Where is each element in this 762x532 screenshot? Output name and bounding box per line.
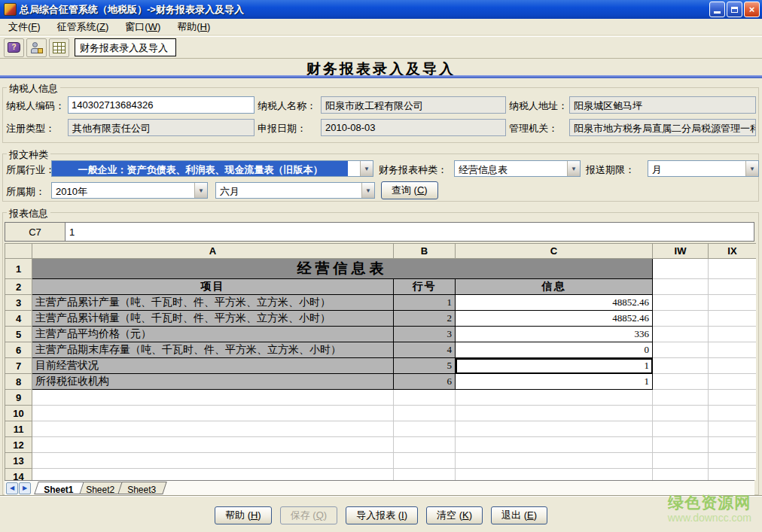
sheet-tab-sheet1[interactable]: Sheet1 [34, 482, 84, 494]
cell-A9[interactable] [32, 390, 394, 406]
help-book-button[interactable]: ? [4, 38, 24, 57]
cell-B10[interactable] [394, 406, 456, 421]
minimize-icon[interactable] [709, 2, 725, 17]
cell-A5[interactable]: 主营产品平均价格（元） [32, 327, 394, 342]
row-header-2[interactable]: 2 [5, 279, 32, 295]
cell-IX14[interactable] [709, 469, 757, 481]
row-header-13[interactable]: 13 [5, 453, 32, 469]
row-header-3[interactable]: 3 [5, 295, 32, 311]
cell-A14[interactable] [32, 469, 394, 481]
col-header-IW[interactable]: IW [653, 244, 709, 259]
col-header-IX[interactable]: IX [709, 244, 757, 259]
cell-IW[interactable] [653, 295, 709, 311]
cell-A12[interactable] [32, 437, 394, 453]
cell-B13[interactable] [394, 453, 456, 469]
help-button[interactable]: 帮助 (H) [215, 506, 272, 524]
statement-type-select[interactable]: 经营信息表 ▼ [454, 160, 581, 177]
cell-IW14[interactable] [653, 469, 709, 481]
row-header-6[interactable]: 6 [5, 342, 32, 358]
cell-A13[interactable] [32, 453, 394, 469]
taxpayer-code-input[interactable] [68, 96, 255, 114]
menu-collection-system[interactable]: 征管系统(Z) [51, 19, 115, 35]
cell-IX12[interactable] [709, 437, 757, 453]
cell-IW11[interactable] [653, 421, 709, 437]
chevron-down-icon[interactable]: ▼ [361, 183, 374, 198]
cell-C11[interactable] [456, 421, 653, 437]
cell-IW10[interactable] [653, 406, 709, 421]
cell-B6[interactable]: 4 [394, 342, 456, 358]
cell-B4[interactable]: 2 [394, 311, 456, 327]
cell-A4[interactable]: 主营产品累计销量（吨、千瓦时、件、平方米、立方米、小时） [32, 311, 394, 327]
query-button[interactable]: 查询 (C) [381, 181, 438, 199]
row-header-9[interactable]: 9 [5, 390, 32, 406]
cell-B5[interactable]: 3 [394, 327, 456, 342]
sheet-tab-sheet3[interactable]: Sheet3 [118, 482, 168, 494]
cell-IX11[interactable] [709, 421, 757, 437]
cell-IW[interactable] [653, 358, 709, 374]
cell-IW[interactable] [653, 259, 709, 279]
cell-IX[interactable] [709, 327, 757, 342]
cell-IX[interactable] [709, 342, 757, 358]
cell-IX[interactable] [709, 279, 757, 295]
report-grid-button[interactable] [49, 38, 69, 57]
cell-A6[interactable]: 主营产品期末库存量（吨、千瓦时、件、平方米、立方米、小时） [32, 342, 394, 358]
cell-B8[interactable]: 6 [394, 374, 456, 390]
cell-A8[interactable]: 所得税征收机构 [32, 374, 394, 390]
row-header-7[interactable]: 7 [5, 358, 32, 374]
col-header-C[interactable]: C [456, 244, 653, 259]
cell-IW[interactable] [653, 279, 709, 295]
close-icon[interactable]: × [744, 2, 760, 17]
menu-file[interactable]: 文件(F) [2, 19, 47, 35]
cell-B9[interactable] [394, 390, 456, 406]
cell-A3[interactable]: 主营产品累计产量（吨、千瓦时、件、平方米、立方米、小时） [32, 295, 394, 311]
cell-header-2[interactable]: 信息 [456, 279, 653, 295]
chevron-down-icon[interactable]: ▼ [360, 161, 373, 176]
row-header-14[interactable]: 14 [5, 469, 32, 481]
chevron-down-icon[interactable]: ▼ [194, 183, 207, 198]
cell-B14[interactable] [394, 469, 456, 481]
cell-IX[interactable] [709, 295, 757, 311]
save-button[interactable]: 保存 (Q) [280, 506, 337, 524]
chevron-down-icon[interactable]: ▼ [567, 161, 580, 176]
exit-button[interactable]: 退出 (E) [491, 506, 547, 524]
cell-C7[interactable]: 1 [456, 358, 653, 374]
menu-window[interactable]: 窗口(W) [119, 19, 166, 35]
open-module-tab[interactable]: 财务报表录入及导入 [75, 38, 176, 56]
cell-IW13[interactable] [653, 453, 709, 469]
cell-B7[interactable]: 5 [394, 358, 456, 374]
row-header-5[interactable]: 5 [5, 327, 32, 342]
cell-IW[interactable] [653, 342, 709, 358]
cell-C9[interactable] [456, 390, 653, 406]
cell-IX10[interactable] [709, 406, 757, 421]
cell-B11[interactable] [394, 421, 456, 437]
cell-IW9[interactable] [653, 390, 709, 406]
period-limit-select[interactable]: 月 ▼ [648, 160, 759, 177]
row-header-11[interactable]: 11 [5, 421, 32, 437]
cell-B12[interactable] [394, 437, 456, 453]
cell-C6[interactable]: 0 [456, 342, 653, 358]
row-header-12[interactable]: 12 [5, 437, 32, 453]
cell-IW[interactable] [653, 311, 709, 327]
row-header-8[interactable]: 8 [5, 374, 32, 390]
cell-IX[interactable] [709, 311, 757, 327]
grid-corner[interactable] [5, 244, 32, 259]
cell-B3[interactable]: 1 [394, 295, 456, 311]
cell-C14[interactable] [456, 469, 653, 481]
col-header-A[interactable]: A [32, 244, 394, 259]
clear-button[interactable]: 清空 (K) [426, 506, 483, 524]
chevron-down-icon[interactable]: ▼ [745, 161, 758, 176]
col-header-B[interactable]: B [394, 244, 456, 259]
cell-C8[interactable]: 1 [456, 374, 653, 390]
import-report-button[interactable]: 导入报表 (I) [346, 506, 418, 524]
cell-IX9[interactable] [709, 390, 757, 406]
period-month-select[interactable]: 六月 ▼ [215, 182, 375, 199]
sheet-prev-icon[interactable]: ◀ [6, 482, 18, 494]
cell-C13[interactable] [456, 453, 653, 469]
cell-C10[interactable] [456, 406, 653, 421]
row-header-4[interactable]: 4 [5, 311, 32, 327]
cell-header-0[interactable]: 项目 [32, 279, 394, 295]
cell-A10[interactable] [32, 406, 394, 421]
industry-select[interactable]: 一般企业：资产负债表、利润表、现金流量表（旧版本） ▼ [51, 160, 373, 177]
cell-table-title[interactable]: 经营信息表 [32, 259, 653, 279]
cell-A7[interactable]: 目前经营状况 [32, 358, 394, 374]
